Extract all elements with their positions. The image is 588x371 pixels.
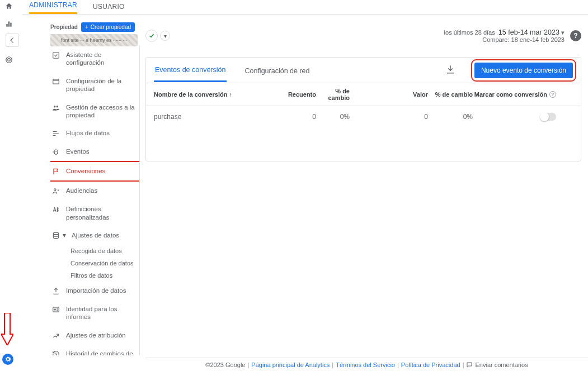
audience-icon — [51, 187, 60, 195]
svg-rect-0 — [6, 24, 7, 27]
svg-point-11 — [54, 189, 57, 191]
tab-conversion-events[interactable]: Eventos de conversión — [154, 58, 227, 82]
home-icon[interactable] — [5, 2, 13, 10]
menu-label: Importación de datos — [66, 287, 126, 294]
panel-tabs: Eventos de conversión Configuración de r… — [146, 58, 581, 83]
admin-panel: Propiedad + Crear propiedad font site ··… — [28, 18, 145, 355]
sort-up-icon: ↑ — [229, 91, 233, 98]
menu-custom-definitions[interactable]: Definiciones personalizadas — [50, 200, 139, 226]
submenu-data-retention[interactable]: Conservación de datos — [50, 257, 139, 269]
tab-admin[interactable]: ADMINISTRAR — [29, 0, 77, 14]
attribution-icon — [51, 332, 60, 340]
svg-point-8 — [54, 105, 56, 107]
card-icon — [51, 78, 60, 85]
tab-network-settings[interactable]: Configuración de red — [243, 59, 311, 82]
menu-label: Definiciones personalizadas — [66, 205, 136, 221]
plus-icon: + — [85, 24, 88, 30]
menu-audiences[interactable]: Audiencias — [50, 182, 139, 200]
main-toolbar: ▾ los últimos 28 días 15 feb-14 mar 2023… — [145, 25, 581, 47]
history-icon — [51, 350, 60, 355]
status-indicator[interactable]: ▾ — [145, 30, 170, 42]
menu-label: Ajustes de atribución — [66, 331, 126, 339]
table-row: purchase 0 0% 0 0% — [146, 106, 581, 127]
date-range: 15 feb-14 mar 2023 — [498, 28, 559, 36]
flag-icon — [51, 168, 60, 175]
svg-rect-2 — [10, 23, 11, 27]
feedback-icon — [466, 362, 473, 368]
events-icon — [51, 148, 60, 156]
menu-label: Asistente de configuración — [66, 51, 136, 67]
reports-icon[interactable] — [5, 20, 13, 28]
svg-rect-1 — [8, 21, 10, 26]
cell-value: 0 — [400, 113, 428, 121]
menu-data-streams[interactable]: Flujos de datos — [50, 124, 139, 142]
main-content: ▾ los últimos 28 días 15 feb-14 mar 2023… — [145, 25, 581, 355]
identity-icon — [51, 306, 60, 313]
menu-label: Gestión de accesos a la propiedad — [66, 103, 136, 120]
footer-link-terms[interactable]: Términos del Servicio — [336, 362, 395, 368]
property-selector[interactable]: font site ··· a heemy es · ···· ··· — [50, 34, 138, 46]
menu-label: Historial de cambios de la propiedad — [66, 350, 136, 355]
admin-gear-icon[interactable] — [2, 354, 13, 365]
svg-rect-7 — [53, 79, 59, 84]
menu-label: Identidad para los informes — [66, 305, 136, 321]
menu-attribution-settings[interactable]: Ajustes de atribución — [50, 326, 139, 345]
conversions-panel: Eventos de conversión Configuración de r… — [145, 57, 581, 161]
property-label: Propiedad — [50, 24, 78, 30]
people-icon — [51, 104, 60, 112]
conversion-toggle[interactable] — [540, 113, 556, 121]
abc-icon — [51, 206, 60, 213]
svg-point-9 — [57, 105, 59, 107]
create-property-button[interactable]: + Crear propiedad — [81, 22, 135, 32]
caret-down-icon: ▾ — [63, 231, 66, 239]
menu-access-management[interactable]: Gestión de accesos a la propiedad — [50, 98, 139, 125]
check-icon — [145, 30, 158, 42]
svg-point-12 — [53, 232, 58, 235]
tab-user[interactable]: USUARIO — [93, 0, 125, 14]
col-change: % de cambio — [316, 88, 361, 101]
menu-property-settings[interactable]: Configuración de la propiedad — [50, 72, 139, 98]
back-button[interactable] — [6, 34, 19, 47]
svg-point-4 — [6, 57, 12, 63]
submenu-data-collection[interactable]: Recogida de datos — [50, 245, 139, 257]
col-count: Recuento — [283, 91, 316, 98]
footer-link-feedback[interactable]: Enviar comentarios — [475, 362, 528, 368]
footer-copyright: ©2023 Google — [205, 362, 245, 368]
col-value: Valor — [400, 91, 428, 98]
menu-data-settings[interactable]: ▾ Ajustes de datos — [50, 226, 139, 245]
help-icon[interactable]: ? — [549, 91, 556, 98]
menu-reporting-identity[interactable]: Identidad para los informes — [50, 300, 139, 326]
col-name[interactable]: Nombre de la conversión ↑ — [154, 91, 283, 98]
menu-change-history[interactable]: Historial de cambios de la propiedad — [50, 345, 139, 355]
menu-setup-assistant[interactable]: Asistente de configuración — [50, 46, 139, 72]
menu-label: Configuración de la propiedad — [66, 77, 136, 93]
footer-link-privacy[interactable]: Política de Privacidad — [401, 362, 460, 368]
create-property-label: Crear propiedad — [91, 24, 131, 30]
chevron-down-icon: ▾ — [561, 29, 565, 36]
svg-point-5 — [8, 59, 11, 61]
menu-label: Audiencias — [66, 187, 97, 194]
menu-events[interactable]: Eventos — [50, 142, 139, 161]
menu-label: Conversiones — [66, 167, 105, 175]
checklist-icon — [51, 51, 60, 59]
col-change-2: % de cambio — [428, 91, 473, 98]
menu-data-import[interactable]: Importación de datos — [50, 282, 139, 300]
ads-icon[interactable] — [5, 56, 13, 64]
menu-conversions[interactable]: Conversiones — [50, 161, 140, 182]
table-header: Nombre de la conversión ↑ Recuento % de … — [146, 83, 581, 106]
help-icon[interactable]: ? — [570, 30, 581, 41]
new-conversion-event-button[interactable]: Nuevo evento de conversión — [474, 63, 573, 78]
menu-label: Ajustes de datos — [72, 231, 119, 239]
download-icon[interactable] — [443, 62, 458, 78]
date-range-picker[interactable]: los últimos 28 días 15 feb-14 mar 2023 ▾… — [444, 28, 581, 43]
footer: ©2023 Google | Página principal de Analy… — [145, 358, 588, 371]
svg-point-10 — [54, 151, 58, 155]
cell-count: 0 — [283, 113, 316, 121]
cell-change-2: 0% — [428, 113, 473, 121]
menu-label: Eventos — [66, 148, 90, 155]
chevron-down-icon[interactable]: ▾ — [160, 31, 170, 41]
menu-label: Flujos de datos — [66, 129, 110, 137]
footer-link-analytics-home[interactable]: Página principal de Analytics — [251, 362, 330, 368]
upload-icon — [51, 287, 60, 295]
submenu-data-filters[interactable]: Filtros de datos — [50, 269, 139, 282]
